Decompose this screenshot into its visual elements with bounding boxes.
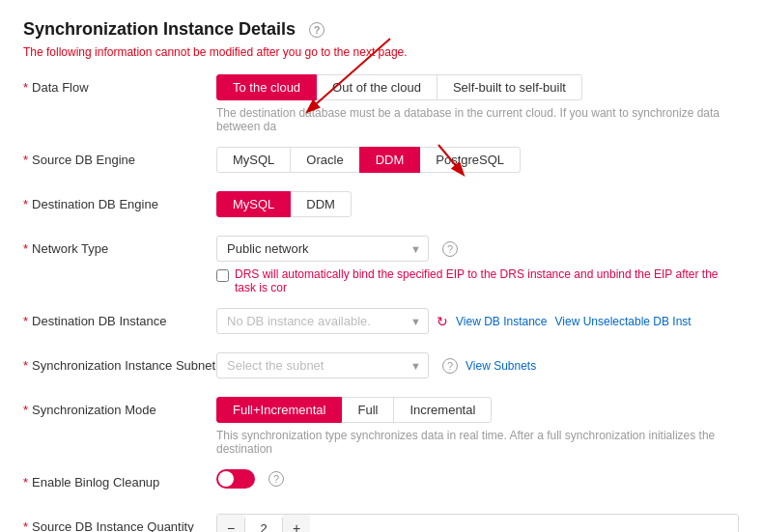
btn-source-mysql[interactable]: MySQL — [216, 147, 291, 173]
source-db-quantity-label: * Source DB Instance Quantity — [23, 514, 216, 532]
btn-full[interactable]: Full — [341, 397, 394, 423]
data-flow-hint: The destination database must be a datab… — [216, 106, 739, 133]
refresh-icon[interactable]: ↻ — [437, 314, 448, 329]
btn-dest-mysql[interactable]: MySQL — [216, 191, 291, 217]
source-db-quantity-stepper: − 2 + — [216, 514, 739, 532]
network-type-help-icon[interactable]: ? — [442, 241, 458, 257]
network-type-label: * Network Type — [23, 236, 216, 256]
view-unselectable-link[interactable]: View Unselectable DB Inst — [555, 315, 691, 328]
btn-source-ddm[interactable]: DDM — [359, 147, 421, 173]
page-title: Synchronization Instance Details — [23, 19, 296, 40]
data-flow-label: * Data Flow — [23, 74, 216, 95]
dest-db-engine-options: MySQL DDM — [216, 191, 739, 217]
data-flow-options: To the cloud Out of the cloud Self-built… — [216, 74, 739, 100]
btn-source-postgresql[interactable]: PostgreSQL — [419, 147, 521, 173]
quantity-decrement-button[interactable]: − — [217, 515, 244, 532]
btn-incremental[interactable]: Incremental — [393, 397, 492, 423]
dest-db-instance-label: * Destination DB Instance — [23, 308, 216, 328]
quantity-value: 2 — [244, 518, 283, 533]
eip-checkbox-label: DRS will automatically bind the specifie… — [235, 267, 739, 294]
view-subnets-link[interactable]: View Subnets — [466, 359, 536, 373]
enable-binlog-label: * Enable Binlog Cleanup — [23, 469, 216, 490]
source-db-engine-label: * Source DB Engine — [23, 147, 216, 167]
page-help-icon[interactable]: ? — [309, 22, 325, 38]
sync-subnet-label: * Synchronization Instance Subnet — [23, 352, 216, 373]
sync-mode-options: Full+Incremental Full Incremental — [216, 397, 739, 423]
dest-db-instance-select[interactable]: No DB instance available. — [216, 308, 429, 334]
btn-to-cloud[interactable]: To the cloud — [216, 74, 317, 100]
sync-mode-label: * Synchronization Mode — [23, 397, 216, 417]
btn-full-incremental[interactable]: Full+Incremental — [216, 397, 342, 423]
dest-db-engine-label: * Destination DB Engine — [23, 191, 216, 211]
btn-out-of-cloud[interactable]: Out of the cloud — [316, 74, 437, 100]
network-type-select[interactable]: Public network VPC — [216, 236, 429, 262]
sync-mode-hint: This synchronization type synchronizes d… — [216, 429, 739, 456]
btn-self-built[interactable]: Self-built to self-built — [437, 74, 582, 100]
network-type-select-wrapper: Public network VPC ▼ — [216, 236, 429, 262]
view-db-instance-link[interactable]: View DB Instance — [456, 315, 548, 328]
sync-subnet-help-icon[interactable]: ? — [442, 358, 458, 374]
binlog-toggle[interactable] — [216, 469, 255, 489]
btn-dest-ddm[interactable]: DDM — [290, 191, 352, 217]
warning-message: The following information cannot be modi… — [23, 45, 739, 59]
eip-checkbox[interactable] — [216, 269, 229, 282]
sync-subnet-select[interactable]: Select the subnet — [216, 352, 429, 378]
binlog-help-icon[interactable]: ? — [268, 471, 284, 487]
source-db-engine-options: MySQL Oracle DDM PostgreSQL — [216, 147, 739, 173]
quantity-increment-button[interactable]: + — [283, 515, 310, 532]
btn-source-oracle[interactable]: Oracle — [290, 147, 359, 173]
